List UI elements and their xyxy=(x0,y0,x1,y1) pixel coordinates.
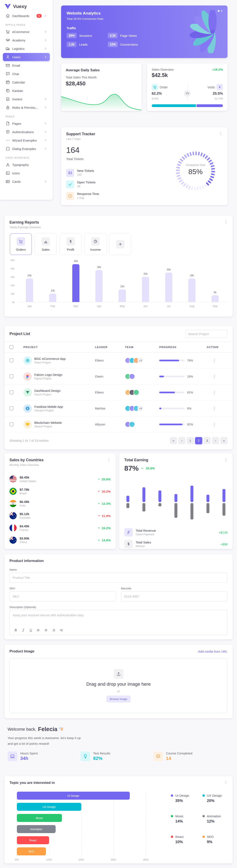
sidebar-item-email[interactable]: Email xyxy=(3,61,50,69)
tab-income[interactable]: Income xyxy=(84,234,106,255)
gauge-tick xyxy=(189,152,192,156)
add-media-link[interactable]: Add media from URL xyxy=(198,650,228,653)
page-button-[interactable]: » xyxy=(220,437,228,444)
page-button-1[interactable]: 1 xyxy=(187,437,194,444)
search-project-input[interactable] xyxy=(185,330,228,338)
row-checkbox[interactable] xyxy=(9,390,14,394)
sidebar-item-label: Email xyxy=(12,64,47,67)
kebab-menu-icon[interactable]: ⋮ xyxy=(105,457,113,462)
visits-stat: Visits 25.5% 12,749 xyxy=(207,84,223,100)
leader-name: Owen xyxy=(95,375,125,378)
row-checkbox[interactable] xyxy=(9,359,14,362)
align-left-icon[interactable] xyxy=(35,627,41,633)
barcode-input[interactable] xyxy=(121,591,228,601)
underline-icon[interactable] xyxy=(28,627,33,633)
name-label: Name xyxy=(9,568,228,571)
sidebar-item-users[interactable]: Users xyxy=(3,53,50,61)
page-button-[interactable]: « xyxy=(170,437,177,444)
sidebar-item-label: Logistics xyxy=(12,47,42,51)
sku-input[interactable] xyxy=(9,591,116,601)
row-action-menu[interactable]: ⋮ xyxy=(212,390,216,395)
align-right-icon[interactable] xyxy=(58,627,64,633)
welcome-stat-course-completed: Course Completed14 xyxy=(153,751,226,761)
tab-sales[interactable]: Sales xyxy=(35,234,57,255)
sales-by-countries-subtitle: Monthly Sales Overview xyxy=(9,463,116,466)
sidebar-item-authentications[interactable]: Authentications xyxy=(3,128,50,136)
kebab-menu-icon[interactable]: ⋮ xyxy=(222,219,230,225)
sidebar-item-dashboards[interactable]: Dashboards5 xyxy=(3,12,50,20)
image-dropzone[interactable]: Dr​ag and drop your image here or Browse… xyxy=(9,658,228,713)
row-action-menu[interactable]: ⋮ xyxy=(212,422,216,427)
earning-bar-pair xyxy=(126,481,129,525)
tab-label: Profit xyxy=(67,248,74,251)
app-logo[interactable]: Vuexy xyxy=(0,0,53,12)
select-all-checkbox[interactable] xyxy=(9,345,14,349)
average-daily-sales-card: Average Daily Sales Total Sales This Mon… xyxy=(61,64,141,111)
sidebar-item-pages[interactable]: Pages xyxy=(3,120,50,127)
sidebar-item-roles-permiss[interactable]: Roles & Permiss... xyxy=(3,103,50,112)
topics-card: Topic you are interested in ⋮ 0%10%20%30… xyxy=(4,776,233,863)
gauge-tick xyxy=(195,151,197,155)
x-tick-label: Jun xyxy=(143,305,148,308)
page-button-[interactable]: › xyxy=(212,437,219,444)
sidebar-item-invoice[interactable]: Invoice xyxy=(3,95,50,103)
browse-image-button[interactable]: Browse Image xyxy=(106,695,131,703)
row-checkbox[interactable] xyxy=(9,406,14,410)
country-amount: $6.48k xyxy=(20,500,97,503)
italic-icon[interactable] xyxy=(21,627,26,633)
sphere-illustration xyxy=(180,10,223,53)
row-action-menu[interactable]: ⋮ xyxy=(212,374,216,379)
list-icon[interactable] xyxy=(51,627,56,633)
truck-icon xyxy=(5,46,10,51)
bar-group-aug: 28kAug xyxy=(180,260,204,302)
total-earning-card: Total Earning ⋮ 87% 25.8% Total RevenueC… xyxy=(119,453,233,549)
sidebar-item-wizard-examples[interactable]: Wizard Examples xyxy=(3,136,50,144)
align-center-icon[interactable] xyxy=(43,627,49,633)
country-row-france: $4.45kFrance16.2% xyxy=(9,522,111,534)
sidebar-item-label: eCommerce xyxy=(12,30,42,34)
stat-label: Test Results xyxy=(93,751,110,755)
tab-label: Income xyxy=(90,248,101,251)
gauge-tick xyxy=(184,154,187,158)
kebab-menu-icon[interactable]: ⋮ xyxy=(222,457,230,462)
sidebar-item-dialog-examples[interactable]: Dialog Examples xyxy=(3,145,50,153)
tab-profit[interactable]: $Profit xyxy=(60,234,81,255)
sidebar-item-icons[interactable]: Icons xyxy=(3,169,50,177)
bold-icon[interactable] xyxy=(13,627,18,633)
x-tick-label: Sep xyxy=(213,305,217,308)
lock-icon xyxy=(5,105,10,110)
caret-down-icon xyxy=(97,514,101,517)
sidebar-item-logistics[interactable]: Logistics xyxy=(3,44,50,53)
page-button-3[interactable]: 3 xyxy=(204,437,211,444)
row-checkbox[interactable] xyxy=(9,374,14,378)
x-tick-label: Jul xyxy=(167,305,170,308)
sidebar-item-ecommerce[interactable]: eCommerce xyxy=(3,28,50,36)
page-button-2[interactable]: 2 xyxy=(195,437,202,444)
page-button-[interactable]: ‹ xyxy=(178,437,185,444)
welcome-stat-hours-spent: Hours Spent34h xyxy=(7,751,80,761)
traffic-stat-conversions: 12%Conversions xyxy=(108,42,157,47)
sidebar-item-academy[interactable]: Academy xyxy=(3,36,50,44)
sidebar-item-cards[interactable]: Cards xyxy=(3,178,50,186)
add-tab-button[interactable] xyxy=(109,234,131,255)
stat-value: 82% xyxy=(93,756,110,761)
gauge-tick xyxy=(203,154,206,158)
kebab-menu-icon[interactable]: ⋮ xyxy=(222,779,230,785)
earning-bar-pair xyxy=(222,481,226,525)
sidebar-item-kanban[interactable]: Kanban xyxy=(3,87,50,95)
sidebar-item-calendar[interactable]: Calendar xyxy=(3,78,50,86)
sidebar-item-chat[interactable]: Chat xyxy=(3,70,50,78)
tab-orders[interactable]: Orders xyxy=(10,234,32,255)
row-action-menu[interactable]: ⋮ xyxy=(212,358,216,363)
description-editor[interactable]: Keep your account secure with authentica… xyxy=(9,610,228,635)
user-icon xyxy=(5,55,10,59)
progress-bar xyxy=(159,360,185,361)
progress-value: 8% xyxy=(187,407,191,410)
row-action-menu[interactable]: ⋮ xyxy=(212,406,216,411)
row-checkbox[interactable] xyxy=(9,422,14,426)
sidebar-item-typography[interactable]: Typography xyxy=(3,161,50,169)
country-name: China xyxy=(20,540,97,544)
kebab-menu-icon[interactable]: ⋮ xyxy=(217,131,225,136)
dropzone-text: Dr​ag and drop your image here xyxy=(86,681,151,687)
product-name-input[interactable] xyxy=(9,572,228,583)
